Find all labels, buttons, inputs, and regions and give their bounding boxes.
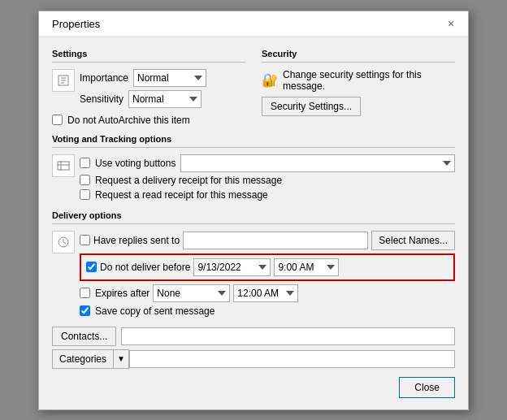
settings-header: Settings (52, 49, 245, 58)
voting-icon-area: Use voting buttons Approve;Reject Yes;No… (52, 154, 455, 204)
sensitivity-label: Sensitivity (80, 93, 124, 105)
use-voting-label: Use voting buttons (95, 158, 176, 169)
delivery-icon (52, 231, 75, 253)
security-text: Change security settings for this messag… (283, 69, 455, 92)
dialog-body: Settings Importance (39, 37, 468, 409)
replies-checkbox[interactable] (80, 235, 90, 245)
read-receipt-label: Request a read receipt for this message (95, 189, 268, 201)
bottom-section: Contacts... Categories ▼ None (52, 327, 455, 369)
contacts-row: Contacts... (52, 327, 455, 346)
security-btn-row: Security Settings... (262, 97, 455, 116)
replies-label: Have replies sent to (93, 235, 180, 246)
security-header: Security (262, 49, 455, 58)
use-voting-row: Use voting buttons Approve;Reject Yes;No… (80, 154, 455, 172)
voting-options-select[interactable]: Approve;Reject Yes;No Yes;No;Maybe (180, 154, 455, 172)
delivery-receipt-row: Request a delivery receipt for this mess… (80, 175, 455, 186)
security-settings-button[interactable]: Security Settings... (262, 97, 361, 116)
settings-icon-area: Importance Normal High Low Sensitivity N… (52, 69, 245, 111)
settings-icon (52, 69, 75, 92)
window-close-button[interactable]: × (444, 16, 458, 31)
do-not-deliver-checkbox[interactable] (86, 262, 97, 272)
close-dialog-button[interactable]: Close (399, 377, 455, 398)
deliver-date-select[interactable]: 9/13/2022 (193, 258, 271, 276)
voting-header: Voting and Tracking options (52, 134, 455, 144)
voting-section: Voting and Tracking options Use voting b… (52, 134, 455, 204)
importance-select[interactable]: Normal High Low (133, 69, 206, 87)
do-not-deliver-box: Do not deliver before 9/13/2022 9:00 AM (80, 253, 455, 281)
delivery-icon-area: Have replies sent to Select Names... Do … (52, 231, 455, 320)
expires-time-select[interactable]: 12:00 AM (233, 284, 298, 302)
categories-input[interactable]: None (129, 350, 455, 368)
use-voting-checkbox[interactable] (80, 158, 90, 168)
voting-rows: Use voting buttons Approve;Reject Yes;No… (80, 154, 455, 204)
svg-line-9 (63, 242, 66, 244)
categories-button[interactable]: Categories (52, 349, 113, 369)
archive-row: Do not AutoArchive this item (52, 115, 245, 126)
replies-input[interactable] (183, 232, 368, 249)
save-copy-row: Save copy of sent message (80, 305, 455, 317)
security-row: 🔐 Change security settings for this mess… (262, 69, 455, 92)
footer-row: Close (52, 377, 455, 398)
deliver-row: Do not deliver before 9/13/2022 9:00 AM (86, 258, 448, 276)
sensitivity-select[interactable]: Normal Personal Private Confidential (128, 90, 202, 108)
security-divider (262, 62, 455, 63)
voting-icon (52, 154, 75, 177)
archive-checkbox[interactable] (52, 115, 63, 125)
contacts-button[interactable]: Contacts... (52, 327, 116, 346)
deliver-time-select[interactable]: 9:00 AM (274, 258, 339, 276)
expires-label: Expires after (95, 288, 150, 299)
expires-checkbox[interactable] (80, 288, 90, 298)
categories-dropdown-button[interactable]: ▼ (113, 349, 129, 369)
security-section: Security 🔐 Change security settings for … (262, 45, 455, 129)
read-receipt-row: Request a read receipt for this message (80, 189, 455, 201)
delivery-rows: Have replies sent to Select Names... Do … (80, 231, 455, 320)
archive-label: Do not AutoArchive this item (67, 115, 190, 126)
delivery-section: Delivery options Have replies sent to (52, 210, 455, 320)
expires-row: Expires after None 12:00 AM (80, 284, 455, 302)
do-not-deliver-label: Do not deliver before (100, 262, 190, 273)
expires-date-select[interactable]: None (153, 284, 230, 302)
categories-row: Categories ▼ None (52, 349, 455, 369)
read-receipt-checkbox[interactable] (80, 189, 90, 200)
save-copy-label: Save copy of sent message (95, 305, 214, 317)
delivery-header: Delivery options (52, 210, 455, 220)
replies-row: Have replies sent to Select Names... (80, 231, 455, 250)
importance-label: Importance (80, 72, 128, 84)
contacts-input[interactable] (121, 327, 455, 345)
security-icon: 🔐 (262, 72, 278, 88)
importance-row: Importance Normal High Low (80, 69, 245, 87)
voting-divider (52, 147, 455, 148)
top-row: Settings Importance (52, 45, 455, 129)
select-names-button[interactable]: Select Names... (371, 231, 455, 250)
settings-divider (52, 62, 245, 63)
delivery-receipt-label: Request a delivery receipt for this mess… (95, 175, 282, 186)
settings-rows: Importance Normal High Low Sensitivity N… (80, 69, 245, 111)
save-copy-checkbox[interactable] (80, 305, 90, 316)
svg-rect-4 (58, 162, 69, 170)
categories-btn-wrap: Categories ▼ (52, 349, 129, 369)
sensitivity-row: Sensitivity Normal Personal Private Conf… (80, 90, 245, 108)
delivery-divider (52, 223, 455, 224)
dialog-title: Properties (52, 18, 100, 30)
title-bar: Properties × (39, 11, 468, 37)
properties-dialog: Properties × Settings (38, 11, 469, 410)
settings-section: Settings Importance (52, 45, 245, 129)
delivery-receipt-checkbox[interactable] (80, 175, 90, 185)
